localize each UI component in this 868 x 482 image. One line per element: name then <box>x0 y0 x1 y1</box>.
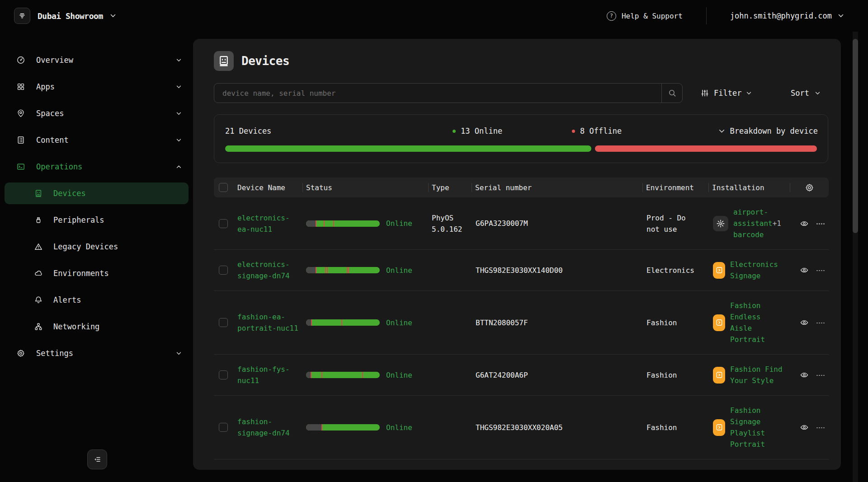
breakdown-toggle[interactable]: Breakdown by device <box>719 126 818 136</box>
collapse-sidebar-button[interactable] <box>87 449 107 469</box>
table-row[interactable]: electronics-signage-dn74 Online THGS982E… <box>214 250 829 291</box>
chevron-down-icon <box>176 59 181 62</box>
warning-triangle-icon <box>34 243 42 251</box>
row-menu-button[interactable] <box>816 375 825 376</box>
chevron-down-icon <box>838 14 844 18</box>
sidebar-item-overview[interactable]: Overview <box>5 49 189 71</box>
sidebar-item-environments[interactable]: Environments <box>5 262 189 284</box>
sidebar-item-operations[interactable]: Operations <box>5 156 189 178</box>
robot-device-icon <box>34 189 42 197</box>
chevron-down-icon <box>746 92 751 95</box>
device-type <box>428 261 472 279</box>
filter-label: Filter <box>714 89 741 98</box>
installation-link[interactable]: airport-assistant <box>733 208 773 228</box>
org-switcher[interactable]: Dubai Showroom <box>14 8 116 24</box>
help-label: Help & Support <box>622 12 683 20</box>
online-legend: 13 Online <box>453 126 502 136</box>
device-name-link[interactable]: electronics-signage-dn74 <box>237 259 299 281</box>
find-your-style-app-icon <box>713 367 725 384</box>
status-label: Online <box>386 370 412 381</box>
table-body: electronics-ea-nuc11 Online PhyOS 5.0.16… <box>214 197 829 459</box>
sidebar-item-spaces[interactable]: Spaces <box>5 103 189 124</box>
environment-label: Fashion <box>642 413 708 442</box>
chevron-down-icon <box>176 139 181 142</box>
page-header: Devices <box>214 51 828 71</box>
device-name-link[interactable]: fashion-ea-portrait-nuc11 <box>237 311 299 334</box>
device-name-link[interactable]: electronics-ea-nuc11 <box>237 212 299 235</box>
row-menu-button[interactable] <box>816 223 825 225</box>
cloud-icon <box>34 269 42 277</box>
column-header-status[interactable]: Status <box>302 178 428 197</box>
installation-link[interactable]: Fashion Find Your Style <box>730 365 783 385</box>
search-button[interactable] <box>661 84 682 103</box>
installation-link[interactable]: barcode <box>733 230 764 239</box>
scrollbar-thumb[interactable] <box>853 39 858 233</box>
column-header-serial[interactable]: Serial number <box>472 178 642 197</box>
device-name-link[interactable]: fashion-signage-dn74 <box>237 416 299 439</box>
installation-link[interactable]: Fashion Signage Playlist Portrait <box>730 406 765 449</box>
filter-button[interactable]: Filter <box>701 89 751 98</box>
chevron-down-icon <box>110 14 116 18</box>
environment-label: Fashion <box>642 360 708 390</box>
bell-icon <box>34 296 42 304</box>
row-menu-button[interactable] <box>816 270 825 271</box>
row-menu-button[interactable] <box>816 427 825 429</box>
column-header-type[interactable]: Type <box>428 178 472 197</box>
row-menu-button[interactable] <box>816 323 825 324</box>
view-device-button[interactable] <box>800 318 809 327</box>
table-row[interactable]: fashion-signage-dn74 Online THGS982E3030… <box>214 396 829 459</box>
starburst-app-icon <box>713 216 728 231</box>
environment-label: Electronics <box>642 256 708 285</box>
sidebar-item-alerts[interactable]: Alerts <box>5 289 189 311</box>
installation-link[interactable]: Electronics Signage <box>730 260 778 280</box>
search-input[interactable] <box>214 84 661 103</box>
view-device-button[interactable] <box>800 266 809 274</box>
table-settings-button[interactable] <box>790 178 829 197</box>
sidebar-item-legacy-devices[interactable]: Legacy Devices <box>5 236 189 257</box>
column-header-installation[interactable]: Installation <box>708 178 790 197</box>
chevron-down-icon <box>176 112 181 115</box>
toolbar: Filter Sort <box>214 83 828 103</box>
installation-name: Fashion Signage Playlist Portrait <box>730 405 784 450</box>
sidebar-item-peripherals[interactable]: Peripherals <box>5 209 189 231</box>
column-header-environment[interactable]: Environment <box>642 178 708 197</box>
select-all-checkbox[interactable] <box>219 183 228 192</box>
column-header-device-name[interactable]: Device Name <box>234 178 302 197</box>
status-label: Online <box>386 317 412 328</box>
installation-link[interactable]: Fashion Endless Aisle Portrait <box>730 301 765 344</box>
environment-label: Prod - Do not use <box>642 203 708 244</box>
view-device-button[interactable] <box>800 423 809 431</box>
gear-icon <box>805 183 814 192</box>
sidebar-item-content[interactable]: Content <box>5 129 189 151</box>
view-device-button[interactable] <box>800 220 809 228</box>
serial-number: THGS982E3030XX140D00 <box>472 250 642 290</box>
table-row[interactable]: electronics-ea-nuc11 Online PhyOS 5.0.16… <box>214 197 829 250</box>
network-hierarchy-icon <box>34 323 42 331</box>
sidebar-item-apps[interactable]: Apps <box>5 76 189 98</box>
usb-drive-icon <box>34 216 42 224</box>
row-checkbox[interactable] <box>219 266 228 275</box>
sidebar-item-devices[interactable]: Devices <box>5 183 189 204</box>
sidebar-item-networking[interactable]: Networking <box>5 316 189 337</box>
devices-robot-icon <box>214 51 234 71</box>
sort-button[interactable]: Sort <box>791 89 820 98</box>
help-support-button[interactable]: ? Help & Support <box>607 11 683 21</box>
row-checkbox[interactable] <box>219 318 228 327</box>
account-menu[interactable]: john.smith@phygrid.com <box>730 11 844 20</box>
row-checkbox[interactable] <box>219 370 228 379</box>
sidebar-item-settings[interactable]: Settings <box>5 342 189 364</box>
row-checkbox[interactable] <box>219 423 228 432</box>
device-name-link[interactable]: fashion-fys-nuc11 <box>237 364 299 386</box>
chevron-down-icon <box>815 92 820 95</box>
serial-number: G6AT24200A6P <box>472 355 642 395</box>
row-checkbox[interactable] <box>219 219 228 228</box>
sidebar: Overview Apps Spaces Content Operations … <box>0 32 193 482</box>
search-icon <box>668 89 676 97</box>
view-device-button[interactable] <box>800 371 809 379</box>
table-row[interactable]: fashion-ea-portrait-nuc11 Online BTTN208… <box>214 291 829 355</box>
map-pin-icon <box>17 109 25 117</box>
table-row[interactable]: fashion-fys-nuc11 Online G6AT24200A6P Fa… <box>214 355 829 396</box>
serial-number: BTTN2080057F <box>472 291 642 354</box>
status-sparkline <box>306 267 380 273</box>
devices-table: Device Name Status Type Serial number En… <box>214 178 829 459</box>
